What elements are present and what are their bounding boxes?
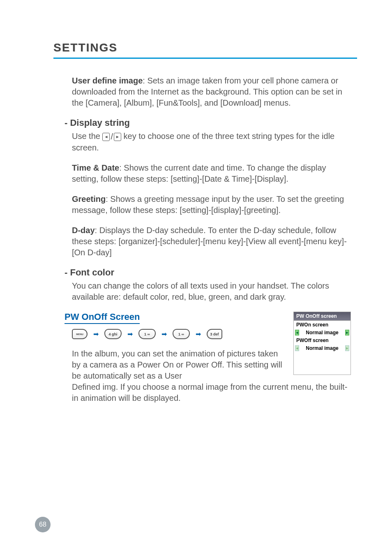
text-display-string-pre: Use the [72,132,102,141]
screenshot-row-pwoff: ◄ Normal image ► [294,345,350,352]
arrow-icon: ➡ [161,330,167,338]
section-pw-onoff: PW OnOff Screen MENU ➡ 4 ghi ➡ 1 ∞ ➡ 1 ∞… [72,312,351,404]
paragraph-pw-onoff-after: Defined img. If you choose a normal imag… [72,382,351,404]
arrow-icon: ➡ [196,330,201,338]
key-sequence: MENU ➡ 4 ghi ➡ 1 ∞ ➡ 1 ∞ ➡ 3 def [72,329,283,339]
bold-user-define: User define image [72,76,143,85]
page-header-title: SETTINGS [53,41,357,54]
nav-left-key-icon: ◄ [102,133,110,141]
screenshot-blank [294,352,350,375]
screenshot-label-pwon: PWOn screen [294,321,350,329]
bold-time-date: Time & Date [72,163,119,172]
screenshot-row-pwon: ◄ Normal image ► [294,329,350,336]
page-number: 68 [35,517,51,532]
left-arrow-icon: ◄ [295,345,299,351]
key-4-icon: 4 ghi [104,329,122,339]
subheading-font-color: - Font color [65,267,351,278]
screenshot-value-pwon: Normal image [301,330,344,335]
subheading-display-string: - Display string [65,118,351,128]
arrow-icon: ➡ [127,330,133,338]
paragraph-greeting: Greeting: Shows a greeting message input… [72,194,351,216]
right-arrow-icon: ► [345,345,349,351]
key-1-icon: 1 ∞ [138,329,156,339]
paragraph-dday: D-day: Displays the D-day schedule. To e… [72,225,351,258]
right-arrow-icon: ► [345,330,349,335]
paragraph-font-color: You can change the colors of all texts u… [72,280,351,303]
nav-right-key-icon: ► [114,133,121,141]
paragraph-pw-onoff-left: In the album, you can set the animation … [72,348,283,382]
key-1-icon: 1 ∞ [173,329,190,339]
text-dday-rest: : Displays the D-day schedule. To enter … [72,226,347,257]
screenshot-title: PW OnOff screen [294,312,350,321]
bold-greeting: Greeting [72,194,106,204]
key-slash: / [111,131,113,142]
content-area: User define image: Sets an image taken f… [72,75,351,404]
arrow-icon: ➡ [93,330,99,338]
left-arrow-icon: ◄ [295,330,299,335]
header-divider [53,58,357,59]
section-title-pw-onoff: PW OnOff Screen [65,312,140,324]
screenshot-value-pwoff: Normal image [301,345,344,351]
phone-screenshot: PW OnOff screen PWOn screen ◄ Normal ima… [293,312,351,375]
key-3-icon: 3 def [207,329,222,339]
text-greeting-rest: : Shows a greeting message input by the … [72,194,344,215]
screenshot-label-pwoff: PWOff screen [294,336,350,345]
paragraph-display-string: Use the ◄/► key to choose one of the thr… [72,131,351,153]
bold-dday: D-day [72,226,95,235]
menu-key-icon: MENU [72,329,88,339]
paragraph-time-date: Time & Date: Shows the current date and … [72,162,351,185]
paragraph-user-define: User define image: Sets an image taken f… [72,75,351,109]
nav-key-group: ◄/► [102,131,121,142]
